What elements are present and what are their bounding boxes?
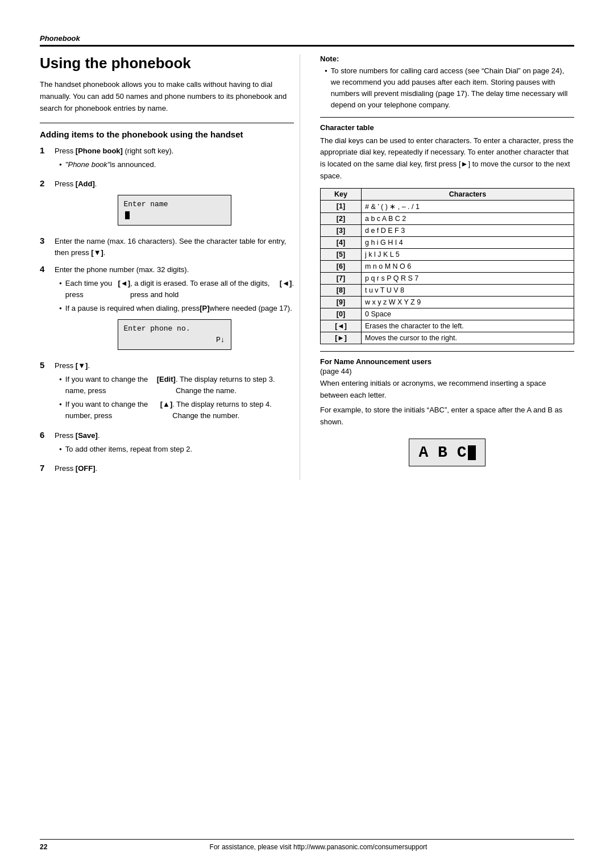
step-3-content: Enter the name (max. 16 characters). See… (55, 236, 294, 258)
step-1: 1 Press [Phone book] (right soft key). "… (40, 145, 294, 173)
char-table-row-6: [7]p q r s P Q R S 7 (321, 272, 574, 284)
step-4-num: 4 (40, 264, 52, 274)
char-table-chars-10: Erases the character to the left. (361, 320, 574, 332)
abc-text: A B C (418, 444, 466, 461)
lcd-enter-name-text: Enter name (124, 200, 168, 208)
char-table-chars-1: a b c A B C 2 (361, 212, 574, 224)
char-table-row-2: [3]d e f D E F 3 (321, 224, 574, 236)
note-bullets: To store numbers for calling card access… (320, 65, 574, 111)
abc-display-container: A B C (320, 434, 574, 466)
lcd-cursor (125, 211, 130, 219)
for-name-heading: For Name Announcement users (320, 357, 574, 366)
footer-page-num: 22 (40, 843, 63, 851)
char-table-chars-7: t u v T U V 8 (361, 284, 574, 296)
char-table-chars-6: p q r s P Q R S 7 (361, 272, 574, 284)
divider-2 (320, 117, 574, 118)
subheading: Adding items to the phonebook using the … (40, 129, 294, 140)
lcd-phone-row2: P↓ (124, 335, 225, 346)
char-table-key-2: [3] (321, 224, 362, 236)
char-table-col-chars: Characters (361, 188, 574, 200)
step-4-bullet-2: If a pause is required when dialing, pre… (59, 303, 294, 314)
divider-3 (320, 351, 574, 352)
step-2-num: 2 (40, 178, 52, 188)
step-7-content: Press [OFF]. (55, 463, 294, 474)
step-6-num: 6 (40, 430, 52, 440)
char-table-chars-11: Moves the cursor to the right. (361, 332, 574, 344)
char-table-desc: The dial keys can be used to enter chara… (320, 135, 574, 182)
char-table-chars-9: 0 Space (361, 308, 574, 320)
char-table-chars-5: m n o M N O 6 (361, 260, 574, 272)
character-table: Key Characters [1]# & ’ ( ) ∗ , – . / 1[… (320, 188, 574, 344)
step-5-bullet-2: If you want to change the number, press … (59, 399, 294, 422)
char-table-chars-2: d e f D E F 3 (361, 224, 574, 236)
char-table-chars-3: g h i G H I 4 (361, 236, 574, 248)
divider-1 (40, 123, 294, 123)
step-6: 6 Press [Save]. To add other items, repe… (40, 430, 294, 457)
char-table-key-6: [7] (321, 272, 362, 284)
step-4: 4 Enter the phone number (max. 32 digits… (40, 264, 294, 354)
step-2-content: Press [Add]. Enter name (55, 178, 294, 229)
lcd-phone-row1: Enter phone no. (124, 323, 225, 335)
step-7: 7 Press [OFF]. (40, 463, 294, 474)
step-5-bullet-1: If you want to change the name, press [E… (59, 374, 294, 397)
step-4-content: Enter the phone number (max. 32 digits).… (55, 264, 294, 354)
char-table-row-11: [►]Moves the cursor to the right. (321, 332, 574, 344)
char-table-key-1: [2] (321, 212, 362, 224)
step-5: 5 Press [▼]. If you want to change the n… (40, 360, 294, 424)
step-1-num: 1 (40, 145, 52, 155)
char-table-key-10: [◄] (321, 320, 362, 332)
step-2: 2 Press [Add]. Enter name (40, 178, 294, 229)
lcd-phone-text: Enter phone no. (124, 323, 190, 335)
step-6-content: Press [Save]. To add other items, repeat… (55, 430, 294, 457)
for-name-desc1: When entering initials or acronyms, we r… (320, 378, 574, 402)
char-table-key-7: [8] (321, 284, 362, 296)
char-table-key-4: [5] (321, 248, 362, 260)
char-table-col-key: Key (321, 188, 362, 200)
char-table-row-5: [6]m n o M N O 6 (321, 260, 574, 272)
page: Phonebook Using the phonebook The handse… (0, 0, 614, 868)
lcd-phone-p: P↓ (216, 335, 225, 346)
char-table-row-7: [8]t u v T U V 8 (321, 284, 574, 296)
footer-text: For assistance, please visit http://www.… (63, 843, 574, 851)
char-table-row-8: [9]w x y z W X Y Z 9 (321, 296, 574, 308)
footer: 22 For assistance, please visit http://w… (40, 839, 574, 851)
left-column: Using the phonebook The handset phoneboo… (40, 55, 300, 480)
abc-display: A B C (409, 439, 485, 466)
section-label: Phonebook (40, 34, 574, 43)
char-table-key-0: [1] (321, 200, 362, 212)
char-table-row-0: [1]# & ’ ( ) ∗ , – . / 1 (321, 200, 574, 212)
top-rule (40, 45, 574, 47)
char-table-key-3: [4] (321, 236, 362, 248)
char-table-header-row: Key Characters (321, 188, 574, 200)
step-6-bullets: To add other items, repeat from step 2. (55, 444, 294, 455)
two-col-layout: Using the phonebook The handset phoneboo… (40, 55, 574, 480)
step-3: 3 Enter the name (max. 16 characters). S… (40, 236, 294, 258)
char-table-key-8: [9] (321, 296, 362, 308)
step-6-bullet-1: To add other items, repeat from step 2. (59, 444, 294, 455)
abc-cursor (468, 445, 476, 460)
char-table-key-5: [6] (321, 260, 362, 272)
char-table-key-11: [►] (321, 332, 362, 344)
char-table-row-1: [2]a b c A B C 2 (321, 212, 574, 224)
main-heading: Using the phonebook (40, 55, 294, 72)
step-7-num: 7 (40, 463, 52, 473)
step-1-content: Press [Phone book] (right soft key). "Ph… (55, 145, 294, 173)
step-1-bullet-1: "Phone book" is announced. (59, 159, 294, 170)
char-table-chars-0: # & ’ ( ) ∗ , – . / 1 (361, 200, 574, 212)
step-5-bullets: If you want to change the name, press [E… (55, 374, 294, 422)
step-1-bullets: "Phone book" is announced. (55, 159, 294, 170)
note-bullet-1: To store numbers for calling card access… (325, 65, 574, 111)
for-name-sub: (page 44) (320, 367, 574, 375)
note-label: Note: (320, 55, 574, 63)
note-section: Note: To store numbers for calling card … (320, 55, 574, 111)
right-column: Note: To store numbers for calling card … (317, 55, 574, 480)
char-table-label: Character table (320, 123, 574, 132)
char-table-row-3: [4]g h i G H I 4 (321, 236, 574, 248)
lcd-enter-name: Enter name (118, 195, 231, 226)
char-table-chars-8: w x y z W X Y Z 9 (361, 296, 574, 308)
step-5-content: Press [▼]. If you want to change the nam… (55, 360, 294, 424)
step-3-num: 3 (40, 236, 52, 245)
char-table-key-9: [0] (321, 308, 362, 320)
step-4-bullets: Each time you press [◄], a digit is eras… (55, 278, 294, 314)
char-table-row-9: [0]0 Space (321, 308, 574, 320)
